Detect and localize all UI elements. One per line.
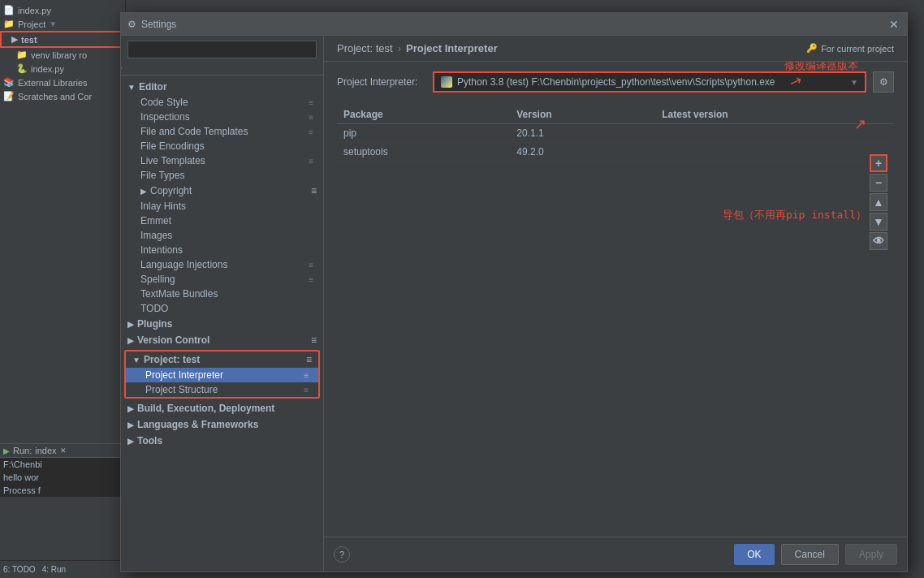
arrow-to-add-btn: ↗ <box>854 115 866 133</box>
visibility-button[interactable]: 👁 <box>870 232 887 250</box>
dialog-body: 🔍 ▼ Editor Code Style ≡ Inspections ≡ <box>121 36 907 572</box>
add-package-button[interactable]: + <box>870 154 887 172</box>
content-header: Project: test › Project Interpreter 🔑 Fo… <box>324 36 907 62</box>
plugins-section[interactable]: ▶ Plugins <box>121 316 323 332</box>
sidebar-item-images[interactable]: Images <box>121 228 323 243</box>
lang-arrow: ▶ <box>127 421 134 429</box>
lib-icon: 📚 <box>3 77 15 88</box>
remove-package-button[interactable]: − <box>870 174 887 192</box>
col-version: Version <box>510 106 655 124</box>
ide-index-item[interactable]: 🐍 index.py <box>0 62 125 75</box>
languages-section[interactable]: ▶ Languages & Frameworks <box>121 416 323 433</box>
sidebar-item-language-injections[interactable]: Language Injections ≡ <box>121 257 323 272</box>
table-row[interactable]: pip 20.1.1 <box>337 124 894 143</box>
settings-content: Project: test › Project Interpreter 🔑 Fo… <box>324 36 907 572</box>
for-current-project-button[interactable]: 🔑 For current project <box>806 43 894 54</box>
gear-icon-copyright: ≡ <box>311 185 317 196</box>
project-test-section[interactable]: ▼ Project: test ≡ <box>126 352 318 368</box>
run-tab-btn[interactable]: 4: Run <box>42 565 66 574</box>
ide-scratches-item[interactable]: 📝 Scratches and Cor <box>0 89 125 103</box>
footer-buttons: OK Cancel Apply <box>734 544 897 565</box>
project-settings-icon: 🔑 <box>806 43 818 54</box>
ide-file-item[interactable]: 📄 index.py <box>0 3 125 17</box>
sidebar-item-file-encodings[interactable]: File Encodings <box>121 139 323 153</box>
editor-arrow: ▼ <box>127 83 136 92</box>
run-text-2: hello wor <box>0 471 126 484</box>
ok-button[interactable]: OK <box>734 544 774 565</box>
sidebar-item-file-types[interactable]: File Types <box>121 168 323 183</box>
dialog-footer: ? OK Cancel Apply <box>324 537 907 572</box>
ide-test-item[interactable]: ▶ test <box>0 31 125 48</box>
gear-icon-lang-inject: ≡ <box>309 261 313 270</box>
ide-file-tree: 📄 index.py 📁 Project ▼ ▶ test 📁 venv lib… <box>0 0 125 106</box>
sidebar-item-file-code-templates[interactable]: File and Code Templates ≡ <box>121 124 323 139</box>
gear-icon-project-interp: ≡ <box>304 371 309 380</box>
tools-arrow: ▶ <box>127 437 134 446</box>
search-input[interactable] <box>127 41 317 58</box>
run-actions <box>0 444 6 447</box>
gear-icon-live-templates: ≡ <box>309 157 313 166</box>
sidebar-item-code-style[interactable]: Code Style ≡ <box>121 95 323 110</box>
cancel-button[interactable]: Cancel <box>781 544 839 565</box>
editor-section[interactable]: ▼ Editor <box>121 79 323 95</box>
col-package: Package <box>337 106 510 124</box>
ide-left-panel: 📄 index.py 📁 Project ▼ ▶ test 📁 venv lib… <box>0 0 126 578</box>
dialog-close-button[interactable]: ✕ <box>887 18 900 31</box>
interpreter-value: Python 3.8 (test) F:\Chenbin\projects_py… <box>441 76 775 88</box>
sidebar-item-todo[interactable]: TODO <box>121 301 323 316</box>
gear-icon-code-style: ≡ <box>309 98 313 107</box>
select-dropdown-arrow: ▼ <box>850 78 858 87</box>
copyright-arrow: ▶ <box>140 187 147 196</box>
run-label-bar: ▶ Run: index ✕ <box>0 444 126 458</box>
run-play-icon: ▶ <box>3 446 10 455</box>
todo-tab[interactable]: 6: TODO <box>3 565 36 574</box>
gear-icon-project-struct: ≡ <box>304 386 309 395</box>
packages-area: Package Version Latest version pip 20.1.… <box>337 106 894 162</box>
project-icon: 📁 <box>3 19 15 29</box>
version-control-section[interactable]: ▶ Version Control ≡ <box>121 332 323 348</box>
gear-icon-file-templates: ≡ <box>309 127 313 136</box>
sidebar-item-live-templates[interactable]: Live Templates ≡ <box>121 153 323 168</box>
breadcrumb-sep: › <box>398 42 401 54</box>
scroll-up-button[interactable]: ▲ <box>870 193 887 211</box>
sidebar-item-intentions[interactable]: Intentions <box>121 243 323 257</box>
breadcrumb: Project: test › Project Interpreter <box>337 42 498 54</box>
help-button[interactable]: ? <box>334 546 350 563</box>
folder-icon-2: 📁 <box>16 50 28 60</box>
settings-tree: ▼ Editor Code Style ≡ Inspections ≡ File… <box>121 75 323 572</box>
interpreter-row: Project Interpreter: Python 3.8 (test) F… <box>337 71 894 93</box>
sidebar-item-project-interpreter[interactable]: Project Interpreter ≡ <box>126 368 318 382</box>
table-row[interactable]: setuptools 49.2.0 <box>337 143 894 162</box>
apply-button[interactable]: Apply <box>845 544 897 565</box>
sidebar-item-spelling[interactable]: Spelling ≡ <box>121 272 323 287</box>
sidebar-item-inlay-hints[interactable]: Inlay Hints <box>121 199 323 214</box>
ide-venv-item[interactable]: 📁 venv library ro <box>0 48 125 62</box>
gear-icon-vc: ≡ <box>311 334 317 346</box>
package-version-setuptools: 49.2.0 <box>510 143 655 162</box>
file-icon: 📄 <box>3 5 15 15</box>
gear-icon-inspections: ≡ <box>309 113 313 122</box>
sidebar-item-emmet[interactable]: Emmet <box>121 214 323 228</box>
package-name-setuptools: setuptools <box>337 143 510 162</box>
build-section[interactable]: ▶ Build, Execution, Deployment <box>121 400 323 416</box>
ide-background: 📄 index.py 📁 Project ▼ ▶ test 📁 venv lib… <box>0 0 924 578</box>
interpreter-gear-button[interactable]: ⚙ <box>873 71 894 93</box>
ide-project-item[interactable]: 📁 Project ▼ <box>0 17 125 31</box>
plugins-arrow: ▶ <box>127 320 134 329</box>
ide-extlib-item[interactable]: 📚 External Libraries <box>0 75 125 89</box>
project-section-outline: ▼ Project: test ≡ Project Interpreter ≡ … <box>124 350 320 399</box>
package-name-pip: pip <box>337 124 510 143</box>
tools-section[interactable]: ▶ Tools <box>121 433 323 449</box>
sidebar-item-inspections[interactable]: Inspections ≡ <box>121 110 323 124</box>
run-panel: ▶ Run: index ✕ F:\Chenbi hello wor Proce… <box>0 443 126 497</box>
build-arrow: ▶ <box>127 404 134 413</box>
packages-tbody: pip 20.1.1 setuptools 49.2.0 <box>337 124 894 162</box>
scratches-icon: 📝 <box>3 91 15 101</box>
sidebar-item-copyright[interactable]: ▶ Copyright ≡ <box>121 183 323 199</box>
project-arrow: ▼ <box>132 356 140 364</box>
sidebar-item-textmate[interactable]: TextMate Bundles <box>121 287 323 301</box>
python-icon <box>441 76 452 88</box>
package-version-pip: 20.1.1 <box>510 124 655 143</box>
sidebar-item-project-structure[interactable]: Project Structure ≡ <box>126 382 318 397</box>
scroll-down-button[interactable]: ▼ <box>870 213 887 231</box>
